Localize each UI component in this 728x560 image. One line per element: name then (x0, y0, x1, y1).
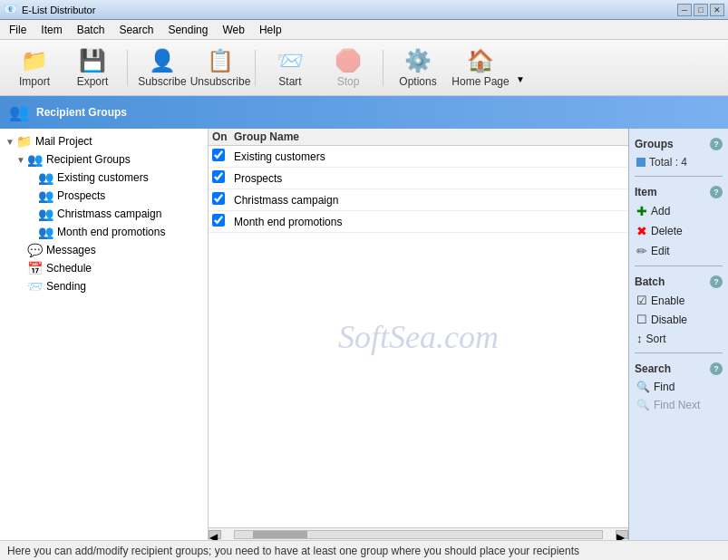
main-content: ▼ 📁 Mail Project ▼ 👥 Recipient Groups 👥 … (0, 129, 728, 540)
row1-checkbox[interactable] (212, 149, 225, 161)
group1-icon: 👥 (38, 170, 53, 185)
tree-node-group-3[interactable]: 👥 Christmass campaign (25, 205, 204, 223)
divider-2 (635, 266, 723, 266)
table-row[interactable]: Existing customers (209, 146, 628, 168)
row1-check[interactable] (212, 149, 234, 164)
subscribe-button[interactable]: 👤 Subscribe (135, 43, 189, 92)
add-button[interactable]: ✚ Add (635, 202, 723, 220)
menu-sending[interactable]: Sending (160, 22, 215, 38)
hscroll-thumb[interactable] (253, 531, 307, 538)
find-label: Find (654, 381, 675, 393)
delete-button[interactable]: ✖ Delete (635, 222, 723, 240)
horizontal-scrollbar[interactable]: ◀ ▶ (209, 527, 628, 540)
batch-help-icon[interactable]: ? (710, 275, 723, 288)
hscroll-left-arrow[interactable]: ◀ (209, 530, 221, 539)
search-help-icon[interactable]: ? (710, 362, 723, 375)
menu-search[interactable]: Search (112, 22, 160, 38)
row2-check[interactable] (212, 170, 234, 186)
enable-button[interactable]: ☑ Enable (635, 292, 723, 309)
homepage-button[interactable]: 🏠 Home Page (449, 43, 512, 92)
table-panel: On Group Name Existing customers Prospec… (209, 129, 628, 540)
menu-batch[interactable]: Batch (70, 22, 112, 38)
menu-item[interactable]: Item (34, 22, 69, 38)
tree-node-sending[interactable]: 📨 Sending (15, 277, 204, 295)
groups-section-title: Groups ? (635, 138, 723, 150)
row3-name: Christmass campaign (234, 194, 625, 207)
window-controls: ─ □ ✕ (677, 4, 724, 16)
edit-label: Edit (651, 245, 670, 257)
mailproject-label: Mail Project (35, 135, 92, 148)
menu-help[interactable]: Help (252, 22, 289, 38)
tree-node-group-2[interactable]: 👥 Prospects (25, 187, 204, 205)
section-header: 👥 Recipient Groups (0, 96, 728, 129)
group3-icon: 👥 (38, 207, 53, 221)
homepage-dropdown-arrow[interactable]: ▼ (516, 74, 527, 84)
table-row[interactable]: Prospects (209, 168, 628, 189)
find-button[interactable]: 🔍 Find (635, 379, 723, 395)
delete-label: Delete (651, 225, 683, 237)
unsubscribe-button[interactable]: 📋 Unsubscribe (193, 43, 248, 92)
tree-node-group-1[interactable]: 👥 Existing customers (25, 169, 204, 187)
disable-icon: ☐ (636, 313, 647, 326)
table-header: On Group Name (209, 129, 628, 146)
row2-checkbox[interactable] (212, 170, 225, 183)
row3-checkbox[interactable] (212, 192, 225, 205)
options-icon: ⚙️ (404, 48, 432, 73)
export-button[interactable]: 💾 Export (65, 43, 120, 92)
edit-button[interactable]: ✏ Edit (635, 242, 723, 260)
watermark: SoftSea.com (338, 318, 499, 356)
row1-name: Existing customers (234, 150, 625, 163)
menu-web[interactable]: Web (215, 22, 251, 38)
options-button[interactable]: ⚙️ Options (391, 43, 445, 92)
groups-help-icon[interactable]: ? (710, 138, 723, 150)
stop-icon: 🛑 (335, 48, 362, 73)
import-icon: 📁 (21, 48, 48, 73)
delete-icon: ✖ (636, 224, 647, 238)
tree-node-group-4[interactable]: 👥 Month end promotions (25, 223, 204, 241)
export-icon: 💾 (79, 48, 106, 73)
hscroll-right-arrow[interactable]: ▶ (616, 530, 628, 539)
divider-3 (635, 352, 723, 353)
row3-check[interactable] (212, 192, 234, 208)
table-row[interactable]: Christmass campaign (209, 189, 628, 211)
hscroll-track[interactable] (234, 530, 603, 539)
groups-title-label: Groups (635, 138, 674, 150)
edit-icon: ✏ (636, 244, 647, 258)
tree-node-recipientgroups[interactable]: ▼ 👥 Recipient Groups (15, 150, 204, 169)
minimize-button[interactable]: ─ (677, 4, 692, 16)
enable-label: Enable (651, 294, 684, 307)
maximize-button[interactable]: □ (694, 4, 708, 16)
group2-label: Prospects (57, 189, 105, 202)
app-icon: 📧 (4, 3, 18, 17)
status-message: Here you can add/modify recipient groups… (7, 545, 579, 557)
sending-icon: 📨 (27, 279, 43, 294)
item-help-icon[interactable]: ? (710, 186, 723, 198)
row4-checkbox[interactable] (212, 214, 225, 227)
tree-node-mailproject[interactable]: ▼ 📁 Mail Project (4, 132, 204, 150)
tree-node-messages[interactable]: 💬 Messages (15, 241, 204, 259)
disable-button[interactable]: ☐ Disable (635, 311, 723, 328)
table-body[interactable]: Existing customers Prospects Christmass … (209, 146, 628, 527)
findnext-icon: 🔍 (636, 399, 650, 411)
divider-1 (635, 176, 723, 177)
window-title: E-List Distributor (22, 5, 677, 15)
add-label: Add (651, 205, 670, 217)
start-button[interactable]: 📨 Start (263, 43, 317, 92)
col-header-name: Group Name (234, 130, 625, 143)
menu-file[interactable]: File (2, 22, 34, 38)
table-row[interactable]: Month end promotions (209, 211, 628, 233)
right-panel: Groups ? Total : 4 Item ? ✚ Add ✖ Delete… (628, 129, 728, 540)
row4-check[interactable] (212, 214, 234, 229)
tree-node-schedule[interactable]: 📅 Schedule (15, 259, 204, 277)
sort-button[interactable]: ↕ Sort (635, 330, 723, 347)
toolbar-separator-2 (255, 50, 256, 86)
subscribe-icon: 👤 (149, 48, 176, 73)
close-button[interactable]: ✕ (710, 4, 724, 16)
row4-name: Month end promotions (234, 216, 625, 228)
mailproject-icon: 📁 (16, 134, 32, 149)
section-header-icon: 👥 (9, 102, 29, 122)
tree-panel[interactable]: ▼ 📁 Mail Project ▼ 👥 Recipient Groups 👥 … (0, 129, 209, 540)
import-button[interactable]: 📁 Import (7, 43, 62, 92)
groups-total: Total : 4 (635, 154, 723, 170)
status-bar: Here you can add/modify recipient groups… (0, 540, 728, 560)
